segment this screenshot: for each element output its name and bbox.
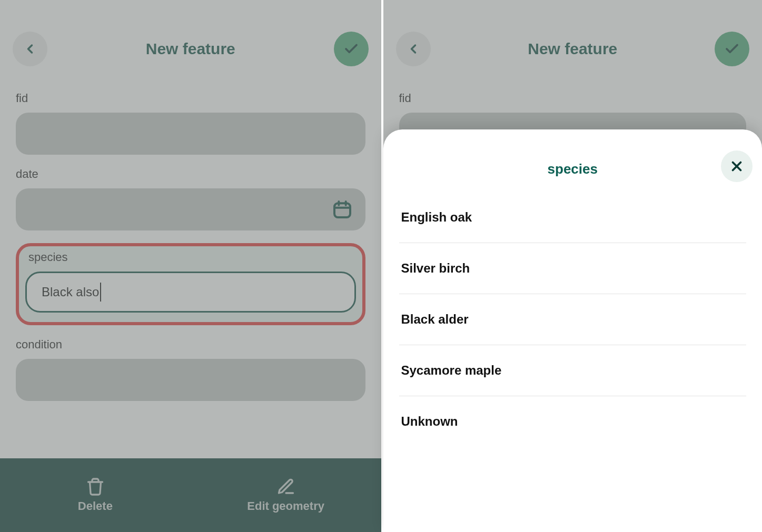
- species-dropdown-sheet: species English oak Silver birch Black a…: [383, 129, 763, 532]
- date-group: date: [16, 167, 365, 230]
- dropdown-title: species: [548, 161, 598, 177]
- close-icon: [729, 158, 745, 174]
- option-unknown[interactable]: Unknown: [399, 396, 747, 447]
- condition-field[interactable]: [16, 359, 365, 401]
- option-black-alder[interactable]: Black alder: [399, 294, 747, 345]
- edit-geometry-button[interactable]: Edit geometry: [191, 458, 381, 532]
- fid-group: fid: [16, 92, 365, 155]
- fid-field[interactable]: [16, 113, 365, 155]
- species-value: Black also: [42, 285, 99, 299]
- species-label: species: [25, 250, 356, 264]
- back-button[interactable]: [396, 32, 431, 66]
- svg-rect-0: [334, 203, 350, 217]
- pane-form: New feature fid date species: [0, 0, 381, 532]
- chevron-left-icon: [406, 42, 421, 56]
- date-field[interactable]: [16, 188, 365, 230]
- fid-label: fid: [399, 92, 747, 105]
- species-field[interactable]: Black also: [25, 272, 356, 313]
- header: New feature: [383, 0, 763, 92]
- delete-button[interactable]: Delete: [0, 458, 191, 532]
- close-button[interactable]: [721, 150, 753, 182]
- option-list: English oak Silver birch Black alder Syc…: [383, 192, 763, 447]
- chevron-left-icon: [23, 42, 37, 56]
- check-icon: [724, 41, 740, 57]
- condition-group: condition: [16, 338, 365, 401]
- option-sycamore-maple[interactable]: Sycamore maple: [399, 345, 747, 396]
- species-group: species Black also: [16, 243, 365, 325]
- page-title: New feature: [146, 40, 235, 58]
- pencil-icon: [276, 477, 295, 496]
- option-silver-birch[interactable]: Silver birch: [399, 243, 747, 294]
- confirm-button[interactable]: [334, 32, 369, 66]
- calendar-icon: [332, 199, 353, 220]
- delete-label: Delete: [78, 499, 113, 513]
- date-label: date: [16, 167, 365, 181]
- page-title: New feature: [528, 40, 617, 58]
- edit-geometry-label: Edit geometry: [247, 499, 324, 513]
- trash-icon: [86, 477, 105, 496]
- pane-dropdown: New feature fid species English oak Silv…: [381, 0, 763, 532]
- bottom-toolbar: Delete Edit geometry: [0, 458, 381, 532]
- option-english-oak[interactable]: English oak: [399, 192, 747, 243]
- check-icon: [343, 41, 359, 57]
- text-caret: [100, 283, 101, 302]
- condition-label: condition: [16, 338, 365, 352]
- confirm-button[interactable]: [715, 32, 749, 66]
- header: New feature: [0, 0, 381, 92]
- back-button[interactable]: [13, 32, 47, 66]
- fid-label: fid: [16, 92, 365, 105]
